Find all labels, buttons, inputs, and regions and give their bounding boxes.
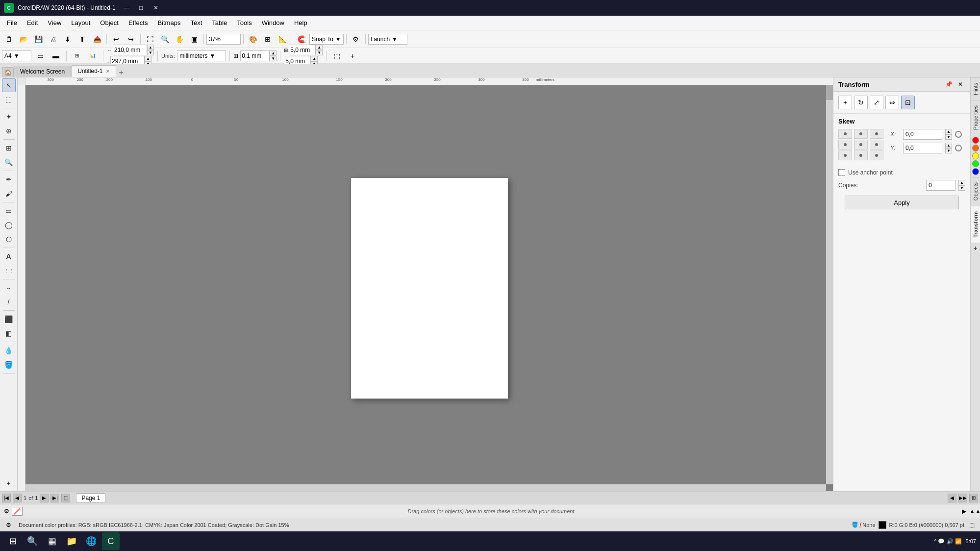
- zoom-input[interactable]: [206, 34, 241, 45]
- color-green[interactable]: [972, 160, 979, 167]
- anchor-mr[interactable]: [870, 140, 883, 150]
- scroll-left-button[interactable]: ◀: [948, 494, 956, 502]
- page-next-button[interactable]: ▶: [40, 494, 49, 502]
- menu-help[interactable]: Help: [289, 17, 312, 28]
- rectangle-tool[interactable]: ▭: [2, 204, 16, 218]
- freehand-tool[interactable]: ✒: [2, 173, 16, 186]
- menu-effects[interactable]: Effects: [124, 17, 153, 28]
- anchor-ml[interactable]: [838, 140, 852, 150]
- menu-tools[interactable]: Tools: [232, 17, 256, 28]
- home-tab[interactable]: 🏠: [2, 67, 14, 77]
- horizontal-scrollbar[interactable]: [25, 484, 826, 491]
- x-down[interactable]: ▼: [945, 134, 952, 140]
- close-button[interactable]: ✕: [149, 3, 163, 13]
- file-explorer-button[interactable]: 📁: [63, 532, 80, 550]
- copies-input[interactable]: [926, 180, 955, 191]
- edge-button[interactable]: 🌐: [82, 532, 100, 550]
- transform-tab[interactable]: Transform: [971, 206, 980, 243]
- panel-close-button[interactable]: ✕: [955, 80, 965, 88]
- units-dropdown[interactable]: millimeters ▼: [177, 50, 226, 61]
- palette-scroll-right[interactable]: ▶: [959, 507, 968, 516]
- smear-tool[interactable]: ⊕: [2, 124, 16, 138]
- crop-tool[interactable]: ⊞: [2, 141, 16, 155]
- y-up[interactable]: ▲: [945, 143, 952, 148]
- x-radio[interactable]: [955, 131, 962, 138]
- new-button[interactable]: 🗒: [2, 33, 16, 46]
- zoom-pan-button[interactable]: ✋: [173, 33, 186, 46]
- landscape-button[interactable]: ▬: [49, 50, 63, 62]
- menu-view[interactable]: View: [43, 17, 66, 28]
- panel-pin-button[interactable]: 📌: [944, 80, 954, 88]
- transform-scale-btn[interactable]: ⤢: [870, 96, 883, 109]
- hints-tab[interactable]: Hints: [971, 77, 980, 100]
- use-anchor-checkbox[interactable]: [838, 169, 845, 176]
- search-button[interactable]: 🔍: [24, 532, 41, 550]
- print-button[interactable]: 🖨: [46, 33, 60, 46]
- view-mode-button[interactable]: ▣: [187, 33, 201, 46]
- anchor-tl[interactable]: [838, 129, 852, 139]
- transparency-tool[interactable]: ◧: [2, 326, 16, 340]
- palette-none-btn[interactable]: [12, 507, 23, 516]
- snap2-up[interactable]: ▲: [311, 56, 318, 61]
- add-page-button[interactable]: +: [346, 50, 359, 62]
- page-last-button[interactable]: ▶|: [50, 494, 59, 502]
- canvas-content[interactable]: [25, 85, 833, 491]
- add-page-nav-button[interactable]: ⬚: [61, 494, 70, 502]
- launch-dropdown[interactable]: Launch ▼: [368, 34, 407, 45]
- page-size-btn2[interactable]: 📊: [86, 50, 100, 62]
- status-settings-btn[interactable]: ⚙: [4, 521, 13, 529]
- menu-object[interactable]: Object: [95, 17, 124, 28]
- snap1-input[interactable]: [289, 45, 316, 55]
- color-orange[interactable]: [972, 145, 979, 151]
- portrait-button[interactable]: ▭: [33, 50, 47, 62]
- transform-rotate-btn[interactable]: ↻: [854, 96, 868, 109]
- page-first-button[interactable]: |◀: [2, 494, 11, 502]
- vertical-scrollbar[interactable]: [826, 85, 833, 484]
- palette-settings-btn[interactable]: ⚙: [2, 507, 11, 516]
- add-tab-button[interactable]: +: [116, 68, 126, 77]
- snap1-up[interactable]: ▲: [316, 45, 323, 50]
- save-button[interactable]: 💾: [31, 33, 45, 46]
- text-tool[interactable]: A: [2, 250, 16, 263]
- zoom-in-button[interactable]: 🔍: [158, 33, 172, 46]
- status-right-btn[interactable]: ⬚: [967, 521, 976, 529]
- page-1-tab[interactable]: Page 1: [76, 493, 105, 503]
- table-tool[interactable]: ⋮⋮: [2, 264, 16, 277]
- transform-skew-btn[interactable]: ⊡: [901, 96, 915, 109]
- color-red[interactable]: [972, 137, 979, 144]
- select-tool[interactable]: ↖: [2, 78, 16, 92]
- properties-tab[interactable]: Properties: [971, 100, 980, 135]
- menu-text[interactable]: Text: [185, 17, 207, 28]
- anchor-br[interactable]: [870, 150, 883, 160]
- side-add-button[interactable]: +: [971, 242, 980, 254]
- snap1-down[interactable]: ▼: [316, 50, 323, 55]
- y-input[interactable]: [903, 143, 942, 153]
- export-button[interactable]: ⬆: [75, 33, 89, 46]
- anchor-tr[interactable]: [870, 129, 883, 139]
- scrollbar-thumb[interactable]: [826, 85, 833, 100]
- fit-page-button[interactable]: ⛶: [143, 33, 157, 46]
- coreldraw-taskbar-btn[interactable]: C: [102, 532, 120, 550]
- anchor-mc[interactable]: [854, 140, 868, 150]
- page-prev-button[interactable]: ◀: [13, 494, 22, 502]
- width-up[interactable]: ▲: [147, 45, 154, 50]
- artistic-media-tool[interactable]: 🖌: [2, 187, 16, 200]
- add-tool-button[interactable]: +: [2, 476, 16, 490]
- y-radio[interactable]: [955, 145, 962, 151]
- color-yellow[interactable]: [972, 152, 979, 159]
- menu-window[interactable]: Window: [257, 17, 289, 28]
- width-down[interactable]: ▼: [147, 50, 154, 55]
- copies-up[interactable]: ▲: [958, 180, 965, 185]
- color-blue[interactable]: [972, 168, 979, 175]
- anchor-tc[interactable]: [854, 129, 868, 139]
- anchor-bc[interactable]: [854, 150, 868, 160]
- welcome-tab[interactable]: Welcome Screen: [14, 66, 71, 77]
- y-down[interactable]: ▼: [945, 148, 952, 153]
- snap-color-button[interactable]: 🎨: [246, 33, 260, 46]
- grid-button[interactable]: ⊞: [261, 33, 275, 46]
- zoom-fit-button[interactable]: ⊞: [969, 494, 978, 502]
- eyedropper-tool[interactable]: 💧: [2, 344, 16, 357]
- straight-line-tool[interactable]: /: [2, 295, 16, 309]
- menu-table[interactable]: Table: [207, 17, 232, 28]
- x-input[interactable]: [903, 129, 942, 140]
